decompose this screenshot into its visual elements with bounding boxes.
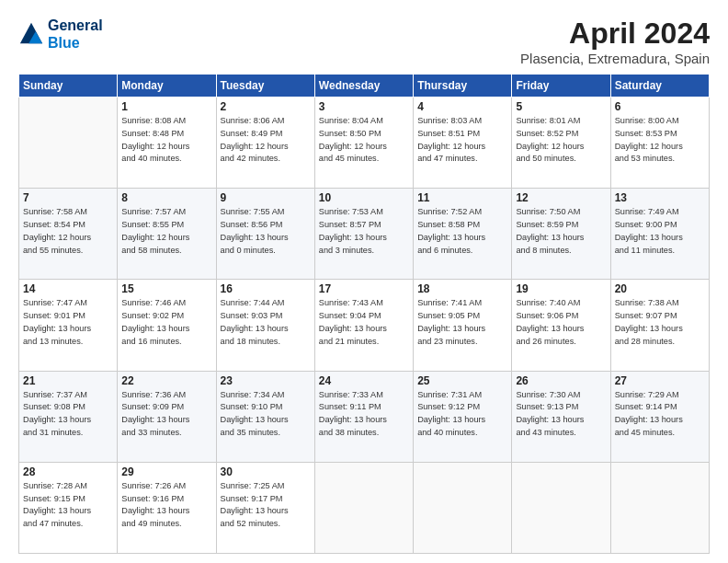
day-info: Sunrise: 7:29 AM Sunset: 9:14 PM Dayligh… <box>615 389 705 440</box>
day-cell <box>610 462 709 553</box>
day-number: 3 <box>319 100 409 113</box>
main-title: April 2024 <box>520 17 710 51</box>
day-number: 30 <box>221 465 311 478</box>
day-number: 23 <box>221 374 311 387</box>
day-cell: 8Sunrise: 7:57 AM Sunset: 8:55 PM Daylig… <box>118 189 216 280</box>
day-info: Sunrise: 7:47 AM Sunset: 9:01 PM Dayligh… <box>23 297 113 348</box>
weekday-wednesday: Wednesday <box>314 75 413 98</box>
day-cell: 6Sunrise: 8:00 AM Sunset: 8:53 PM Daylig… <box>610 98 709 189</box>
logo-line2: Blue <box>48 35 80 51</box>
day-number: 16 <box>221 282 311 295</box>
page: General Blue April 2024 Plasencia, Extre… <box>0 0 728 563</box>
day-cell: 18Sunrise: 7:41 AM Sunset: 9:05 PM Dayli… <box>414 280 512 371</box>
day-info: Sunrise: 7:36 AM Sunset: 9:09 PM Dayligh… <box>121 389 211 440</box>
day-info: Sunrise: 7:34 AM Sunset: 9:10 PM Dayligh… <box>221 389 311 440</box>
day-info: Sunrise: 8:04 AM Sunset: 8:50 PM Dayligh… <box>319 115 409 166</box>
day-info: Sunrise: 7:58 AM Sunset: 8:54 PM Dayligh… <box>23 206 113 257</box>
day-number: 21 <box>23 374 113 387</box>
logo-text: General Blue <box>48 17 103 52</box>
day-number: 4 <box>417 100 507 113</box>
day-number: 17 <box>319 282 409 295</box>
day-number: 18 <box>417 282 507 295</box>
day-info: Sunrise: 7:28 AM Sunset: 9:15 PM Dayligh… <box>23 480 113 531</box>
weekday-monday: Monday <box>118 75 216 98</box>
day-cell: 22Sunrise: 7:36 AM Sunset: 9:09 PM Dayli… <box>118 371 216 462</box>
day-cell: 2Sunrise: 8:06 AM Sunset: 8:49 PM Daylig… <box>216 98 314 189</box>
day-cell: 13Sunrise: 7:49 AM Sunset: 9:00 PM Dayli… <box>610 189 709 280</box>
day-info: Sunrise: 7:40 AM Sunset: 9:06 PM Dayligh… <box>516 297 606 348</box>
day-cell: 14Sunrise: 7:47 AM Sunset: 9:01 PM Dayli… <box>19 280 118 371</box>
day-info: Sunrise: 8:08 AM Sunset: 8:48 PM Dayligh… <box>121 115 211 166</box>
weekday-sunday: Sunday <box>19 75 118 98</box>
day-cell: 10Sunrise: 7:53 AM Sunset: 8:57 PM Dayli… <box>314 189 413 280</box>
day-cell: 29Sunrise: 7:26 AM Sunset: 9:16 PM Dayli… <box>118 462 216 553</box>
day-info: Sunrise: 8:06 AM Sunset: 8:49 PM Dayligh… <box>221 115 311 166</box>
day-info: Sunrise: 7:50 AM Sunset: 8:59 PM Dayligh… <box>516 206 606 257</box>
day-info: Sunrise: 7:38 AM Sunset: 9:07 PM Dayligh… <box>615 297 705 348</box>
day-info: Sunrise: 7:57 AM Sunset: 8:55 PM Dayligh… <box>121 206 211 257</box>
day-number: 22 <box>121 374 211 387</box>
week-row-2: 7Sunrise: 7:58 AM Sunset: 8:54 PM Daylig… <box>19 189 710 280</box>
day-cell: 25Sunrise: 7:31 AM Sunset: 9:12 PM Dayli… <box>414 371 512 462</box>
day-cell: 16Sunrise: 7:44 AM Sunset: 9:03 PM Dayli… <box>216 280 314 371</box>
day-number: 20 <box>615 282 705 295</box>
day-cell: 30Sunrise: 7:25 AM Sunset: 9:17 PM Dayli… <box>216 462 314 553</box>
day-number: 9 <box>221 191 311 204</box>
day-info: Sunrise: 7:46 AM Sunset: 9:02 PM Dayligh… <box>121 297 211 348</box>
day-cell: 15Sunrise: 7:46 AM Sunset: 9:02 PM Dayli… <box>118 280 216 371</box>
day-info: Sunrise: 7:25 AM Sunset: 9:17 PM Dayligh… <box>221 480 311 531</box>
weekday-friday: Friday <box>512 75 610 98</box>
day-number: 27 <box>615 374 705 387</box>
day-info: Sunrise: 7:49 AM Sunset: 9:00 PM Dayligh… <box>615 206 705 257</box>
day-cell <box>314 462 413 553</box>
subtitle: Plasencia, Extremadura, Spain <box>520 51 710 66</box>
day-info: Sunrise: 8:03 AM Sunset: 8:51 PM Dayligh… <box>417 115 507 166</box>
logo-icon <box>18 21 44 47</box>
day-number: 5 <box>516 100 606 113</box>
weekday-thursday: Thursday <box>414 75 512 98</box>
day-cell: 24Sunrise: 7:33 AM Sunset: 9:11 PM Dayli… <box>314 371 413 462</box>
day-info: Sunrise: 7:52 AM Sunset: 8:58 PM Dayligh… <box>417 206 507 257</box>
week-row-1: 1Sunrise: 8:08 AM Sunset: 8:48 PM Daylig… <box>19 98 710 189</box>
day-number: 14 <box>23 282 113 295</box>
day-number: 10 <box>319 191 409 204</box>
day-cell: 27Sunrise: 7:29 AM Sunset: 9:14 PM Dayli… <box>610 371 709 462</box>
day-cell: 12Sunrise: 7:50 AM Sunset: 8:59 PM Dayli… <box>512 189 610 280</box>
day-cell: 19Sunrise: 7:40 AM Sunset: 9:06 PM Dayli… <box>512 280 610 371</box>
day-info: Sunrise: 7:43 AM Sunset: 9:04 PM Dayligh… <box>319 297 409 348</box>
day-info: Sunrise: 7:44 AM Sunset: 9:03 PM Dayligh… <box>221 297 311 348</box>
day-info: Sunrise: 7:37 AM Sunset: 9:08 PM Dayligh… <box>23 389 113 440</box>
day-info: Sunrise: 8:01 AM Sunset: 8:52 PM Dayligh… <box>516 115 606 166</box>
day-info: Sunrise: 7:33 AM Sunset: 9:11 PM Dayligh… <box>319 389 409 440</box>
day-number: 25 <box>417 374 507 387</box>
week-row-3: 14Sunrise: 7:47 AM Sunset: 9:01 PM Dayli… <box>19 280 710 371</box>
day-number: 26 <box>516 374 606 387</box>
day-cell: 21Sunrise: 7:37 AM Sunset: 9:08 PM Dayli… <box>19 371 118 462</box>
weekday-header-row: SundayMondayTuesdayWednesdayThursdayFrid… <box>19 75 710 98</box>
day-number: 1 <box>121 100 211 113</box>
logo-line1: General <box>48 17 103 34</box>
day-cell: 17Sunrise: 7:43 AM Sunset: 9:04 PM Dayli… <box>314 280 413 371</box>
day-cell: 20Sunrise: 7:38 AM Sunset: 9:07 PM Dayli… <box>610 280 709 371</box>
day-number: 28 <box>23 465 113 478</box>
day-cell: 11Sunrise: 7:52 AM Sunset: 8:58 PM Dayli… <box>414 189 512 280</box>
day-cell: 7Sunrise: 7:58 AM Sunset: 8:54 PM Daylig… <box>19 189 118 280</box>
day-info: Sunrise: 7:41 AM Sunset: 9:05 PM Dayligh… <box>417 297 507 348</box>
day-info: Sunrise: 7:55 AM Sunset: 8:56 PM Dayligh… <box>221 206 311 257</box>
day-info: Sunrise: 7:53 AM Sunset: 8:57 PM Dayligh… <box>319 206 409 257</box>
weekday-tuesday: Tuesday <box>216 75 314 98</box>
day-info: Sunrise: 7:31 AM Sunset: 9:12 PM Dayligh… <box>417 389 507 440</box>
day-number: 11 <box>417 191 507 204</box>
week-row-4: 21Sunrise: 7:37 AM Sunset: 9:08 PM Dayli… <box>19 371 710 462</box>
day-cell <box>19 98 118 189</box>
day-number: 7 <box>23 191 113 204</box>
day-info: Sunrise: 7:30 AM Sunset: 9:13 PM Dayligh… <box>516 389 606 440</box>
day-cell <box>414 462 512 553</box>
calendar-header: SundayMondayTuesdayWednesdayThursdayFrid… <box>19 75 710 98</box>
week-row-5: 28Sunrise: 7:28 AM Sunset: 9:15 PM Dayli… <box>19 462 710 553</box>
day-number: 8 <box>121 191 211 204</box>
day-cell: 5Sunrise: 8:01 AM Sunset: 8:52 PM Daylig… <box>512 98 610 189</box>
day-number: 6 <box>615 100 705 113</box>
header: General Blue April 2024 Plasencia, Extre… <box>18 17 710 66</box>
day-cell: 23Sunrise: 7:34 AM Sunset: 9:10 PM Dayli… <box>216 371 314 462</box>
